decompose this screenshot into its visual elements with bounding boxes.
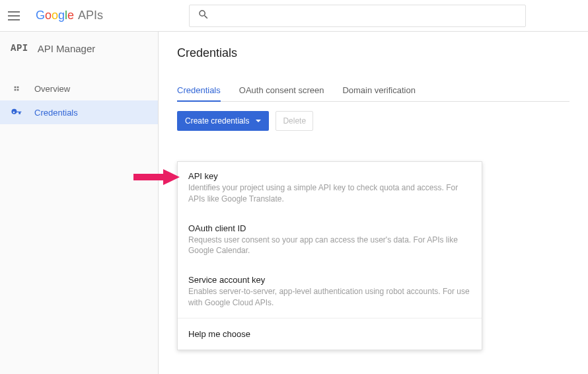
create-credentials-dropdown: API key Identifies your project using a … (177, 161, 482, 350)
overview-icon (11, 83, 22, 94)
page-title: Credentials (177, 46, 570, 60)
create-credentials-label: Create credentials (185, 116, 249, 126)
dropdown-item-api-key[interactable]: API key Identifies your project using a … (178, 162, 482, 214)
dropdown-item-oauth-client[interactable]: OAuth client ID Requests user consent so… (178, 214, 482, 266)
dropdown-item-title: API key (188, 171, 471, 181)
search-box[interactable] (189, 5, 526, 27)
search-input[interactable] (215, 11, 517, 21)
annotation-arrow-icon (133, 167, 180, 187)
sidebar-item-label: Overview (34, 84, 70, 94)
svg-marker-0 (133, 169, 180, 185)
dropdown-item-desc: Enables server-to-server, app-level auth… (188, 286, 471, 309)
sidebar-item-overview[interactable]: Overview (0, 77, 158, 100)
content-area: Credentials Credentials OAuth consent sc… (159, 32, 588, 374)
dropdown-item-desc: Requests user consent so your app can ac… (188, 235, 471, 257)
top-header: Google APIs (0, 0, 588, 32)
tabs: Credentials OAuth consent screen Domain … (177, 80, 570, 102)
tab-oauth-consent[interactable]: OAuth consent screen (239, 80, 324, 102)
dropdown-item-help-choose[interactable]: Help me choose (178, 318, 482, 350)
key-icon (11, 107, 22, 118)
sidebar-item-label: Credentials (34, 108, 78, 118)
tab-domain-verification[interactable]: Domain verification (342, 80, 416, 102)
logo-suffix: APIs (78, 9, 103, 22)
chevron-down-icon (256, 120, 261, 122)
search-icon (198, 9, 209, 22)
product-title: API API Manager (0, 32, 158, 65)
menu-icon[interactable] (8, 8, 24, 24)
action-bar: Create credentials Delete (177, 111, 570, 131)
dropdown-item-title: Service account key (188, 275, 471, 285)
sidebar: API API Manager Overview Credentials (0, 32, 159, 374)
create-credentials-button[interactable]: Create credentials (177, 111, 269, 131)
dropdown-item-service-account[interactable]: Service account key Enables server-to-se… (178, 266, 482, 318)
dropdown-item-desc: Identifies your project using a simple A… (188, 182, 471, 205)
product-name: API Manager (38, 43, 96, 54)
tab-credentials[interactable]: Credentials (177, 80, 221, 102)
dropdown-item-title: OAuth client ID (188, 223, 471, 233)
api-icon: API (11, 43, 28, 54)
google-apis-logo[interactable]: Google APIs (36, 9, 103, 22)
delete-button[interactable]: Delete (276, 111, 313, 131)
sidebar-item-credentials[interactable]: Credentials (0, 100, 158, 124)
